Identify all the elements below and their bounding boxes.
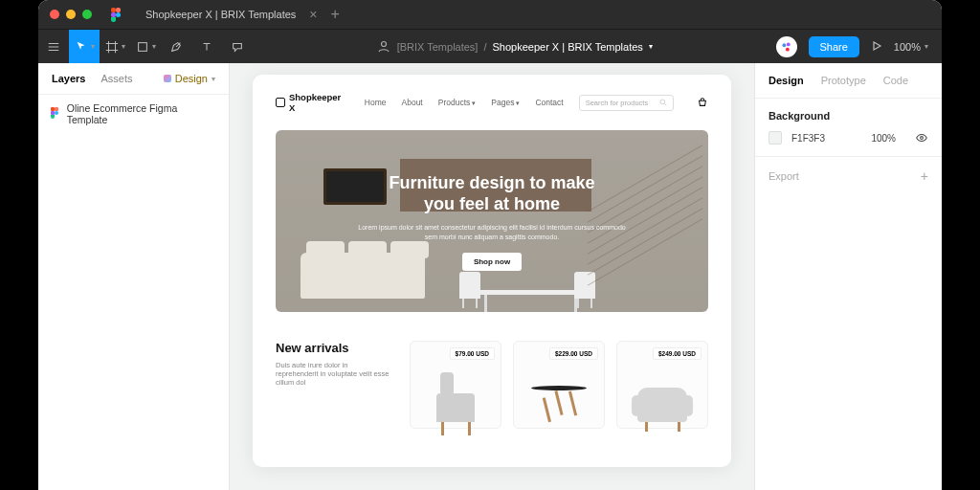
new-tab-button[interactable]: + [331,6,340,23]
table-icon [531,386,587,390]
close-icon[interactable] [50,10,59,19]
left-panel: Layers Assets Design ▾ Oline Ecommerce F… [38,63,230,490]
product-card: $249.00 USD [616,341,708,429]
product-card: $229.00 USD [513,341,605,429]
figma-window: Shopkeeper X | BRIX Templates × + ▾ ▾ ▾ [38,0,942,490]
export-section: Export + [755,157,942,195]
design-frame[interactable]: Shopkeeper X Home About Products▾ Pages▾… [253,75,731,467]
site-nav: Shopkeeper X Home About Products▾ Pages▾… [276,92,708,113]
close-tab-icon[interactable]: × [309,7,317,22]
pen-tool[interactable] [161,30,191,64]
svg-point-6 [921,137,924,140]
hero-cta-button: Shop now [462,253,522,271]
tab-design[interactable]: Design [768,75,804,86]
canvas[interactable]: Shopkeeper X Home About Products▾ Pages▾… [230,63,754,490]
tab-prototype[interactable]: Prototype [821,75,866,86]
file-tab-title: Shopkeeper X | BRIX Templates [145,9,296,20]
text-tool[interactable] [191,30,222,64]
section-heading: Export [768,170,799,182]
svg-point-3 [786,42,790,46]
price-badge: $249.00 USD [653,347,702,360]
nav-home: Home [365,98,387,107]
comment-tool[interactable] [222,30,253,64]
color-opacity[interactable]: 100% [871,133,896,144]
svg-point-1 [381,41,386,46]
section-heading: Background [768,110,928,122]
toolbar: ▾ ▾ ▾ [BRIX Templates] / Shopkeeper X | … [38,29,942,63]
tool-group-right: Share 100%▾ [776,36,943,57]
figma-logo-icon [109,8,122,21]
shape-tool[interactable]: ▾ [130,30,161,64]
price-badge: $229.00 USD [549,347,598,360]
background-section: Background F1F3F3 100% [755,99,942,157]
site-brand: Shopkeeper X [276,92,349,113]
layer-item[interactable]: Oline Ecommerce Figma Template [38,95,229,133]
search-icon [659,99,667,106]
cart-icon [697,97,708,108]
armchair-icon [637,388,687,422]
minimize-icon[interactable] [66,10,76,19]
style-icon [164,75,171,82]
present-button[interactable] [871,38,882,56]
zoom-control[interactable]: 100%▾ [894,41,928,53]
visibility-icon[interactable] [915,131,928,145]
hero-subtitle: Lorem ipsum dolor sit amet consectetur a… [358,223,626,243]
frame-tool[interactable]: ▾ [100,30,130,64]
maximize-icon[interactable] [82,10,92,19]
share-button[interactable]: Share [809,36,859,57]
color-swatch[interactable] [768,131,782,145]
page-selector[interactable]: Design ▾ [164,73,215,84]
nav-products: Products▾ [438,98,477,107]
tab-assets[interactable]: Assets [100,73,132,84]
svg-point-4 [785,47,789,51]
section-subtext: Duis aute irure dolor in reprehenderit i… [276,361,390,387]
main-menu-button[interactable] [38,30,69,64]
nav-about: About [402,98,423,107]
right-panel: Design Prototype Code Background F1F3F3 … [754,63,942,490]
avatar[interactable] [776,36,797,57]
svg-point-5 [660,100,665,104]
nav-pages: Pages▾ [491,98,520,107]
section-heading: New arrivals [276,341,390,355]
window-titlebar: Shopkeeper X | BRIX Templates × + [38,0,942,29]
hero: Furniture design to make you feel at hom… [276,130,708,312]
product-card: $79.00 USD [410,341,501,429]
nav-contact: Contact [535,98,563,107]
move-tool[interactable]: ▾ [69,30,100,64]
chair-icon [436,393,475,422]
breadcrumb-team[interactable]: [BRIX Templates] [397,41,479,53]
tab-layers[interactable]: Layers [52,73,85,84]
bag-icon [276,98,285,107]
breadcrumb-file[interactable]: Shopkeeper X | BRIX Templates [492,41,642,53]
figma-logo-icon [50,107,59,121]
hero-title: Furniture design to make you feel at hom… [358,172,626,215]
price-badge: $79.00 USD [450,347,495,360]
search-input: Search for products [579,95,674,111]
user-icon [376,39,391,55]
svg-rect-0 [138,42,146,51]
add-export-button[interactable]: + [921,168,928,184]
breadcrumb: [BRIX Templates] / Shopkeeper X | BRIX T… [253,39,776,55]
tab-code[interactable]: Code [883,75,908,86]
tool-group-left: ▾ ▾ ▾ [38,30,253,63]
traffic-lights [50,10,92,19]
new-arrivals-section: New arrivals Duis aute irure dolor in re… [276,341,708,429]
svg-point-2 [782,43,786,47]
file-tab[interactable]: Shopkeeper X | BRIX Templates × [145,7,318,22]
color-hex[interactable]: F1F3F3 [791,133,825,144]
layer-label: Oline Ecommerce Figma Template [67,102,217,125]
